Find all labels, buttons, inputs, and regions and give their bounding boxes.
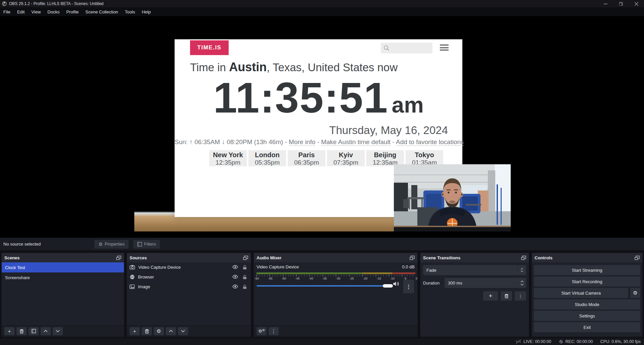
- close-button[interactable]: [629, 0, 644, 7]
- move-source-down-button[interactable]: [178, 327, 188, 335]
- duration-label: Duration: [423, 281, 445, 286]
- window-title: OBS 29.1.2 - Profile: LLHLS BETA - Scene…: [9, 1, 103, 6]
- globe-icon: [130, 274, 135, 279]
- title-bar: OBS 29.1.2 - Profile: LLHLS BETA - Scene…: [0, 0, 644, 7]
- timeis-clock: 11:35:51 am: [175, 73, 462, 122]
- sources-header: Sources: [127, 253, 251, 262]
- tick-label: -35: [322, 277, 327, 280]
- menu-tools[interactable]: Tools: [122, 8, 138, 16]
- volume-slider[interactable]: [257, 283, 388, 289]
- start-recording-button[interactable]: Start Recording: [534, 276, 640, 287]
- source-item-browser[interactable]: Browser: [127, 272, 251, 282]
- tick-label: -10: [390, 277, 395, 280]
- scenes-header: Scenes: [2, 253, 124, 262]
- minimize-icon: [604, 2, 607, 6]
- lock-icon[interactable]: [243, 265, 247, 270]
- popout-icon[interactable]: [635, 256, 640, 260]
- menu-view[interactable]: View: [28, 8, 44, 16]
- exit-button[interactable]: Exit: [534, 322, 640, 332]
- scene-item-screenshare[interactable]: Screenshare: [2, 272, 124, 283]
- camera-icon: [130, 265, 135, 269]
- chevron-down-icon: [520, 284, 524, 286]
- transition-select[interactable]: Fade: [423, 265, 526, 275]
- gear-icon: ⚙: [156, 328, 161, 334]
- scene-transitions-panel: Scene Transitions Fade Duration: [420, 253, 529, 337]
- move-scene-down-button[interactable]: [53, 327, 63, 335]
- add-transition-button[interactable]: +: [483, 291, 498, 301]
- lock-icon[interactable]: [243, 275, 247, 279]
- restore-button[interactable]: [613, 0, 629, 7]
- popout-icon[interactable]: [521, 256, 526, 260]
- preview-area: TIME.IS Time in Austin, Texas, United St…: [0, 16, 644, 238]
- add-scene-button[interactable]: +: [4, 327, 14, 335]
- scene-filters-button[interactable]: [29, 327, 39, 335]
- source-label: Video Capture Device: [138, 265, 229, 270]
- audio-mixer-title: Audio Mixer: [257, 255, 281, 260]
- menu-scene-collection[interactable]: Scene Collection: [82, 8, 122, 16]
- add-source-button[interactable]: +: [130, 327, 140, 335]
- move-scene-up-button[interactable]: [41, 327, 51, 335]
- source-item-image[interactable]: Image: [127, 282, 251, 292]
- menu-help[interactable]: Help: [138, 8, 154, 16]
- start-virtual-camera-button[interactable]: Start Virtual Camera: [534, 288, 628, 298]
- rec-timer: REC: 00:00:00: [565, 339, 593, 344]
- audio-mixer-body: Video Capture Device 0.0 dB -60 -55 -50 …: [254, 262, 417, 325]
- hamburger-menu-icon: [440, 44, 449, 51]
- program-canvas[interactable]: TIME.IS Time in Austin, Texas, United St…: [134, 18, 511, 231]
- advanced-audio-button[interactable]: ⚙⚙: [257, 327, 267, 335]
- chevron-up-icon: [169, 330, 173, 332]
- popout-icon[interactable]: [243, 256, 248, 260]
- properties-button[interactable]: ⚙ Properties: [94, 240, 129, 249]
- live-timer: LIVE: 00:00:00: [523, 339, 551, 344]
- status-bar: LIVE: 00:00:00 REC: 00:00:00 CPU: 0.6%, …: [0, 338, 644, 345]
- sources-title: Sources: [130, 255, 147, 260]
- minimize-button[interactable]: [598, 0, 613, 7]
- studio-mode-button[interactable]: Studio Mode: [534, 299, 640, 309]
- menu-profile[interactable]: Profile: [63, 8, 82, 16]
- mixer-options-button[interactable]: ⋮: [403, 280, 414, 293]
- timeis-logo: TIME.IS: [190, 40, 229, 55]
- trash-icon: [504, 294, 509, 298]
- city-name: Tokyo: [406, 151, 443, 159]
- menu-docks[interactable]: Docks: [44, 8, 63, 16]
- move-source-up-button[interactable]: [166, 327, 176, 335]
- controls-header: Controls: [532, 253, 642, 262]
- filters-button[interactable]: Filters: [133, 240, 160, 249]
- transition-options-button[interactable]: ⋮: [515, 291, 526, 301]
- visibility-icon[interactable]: [232, 275, 238, 279]
- combo-arrows: [517, 265, 526, 275]
- mixer-menu-button[interactable]: ⋮: [269, 327, 279, 335]
- sun-times: Sun: ↑ 06:35AM ↓ 08:20PM (13h 46m): [175, 138, 283, 145]
- speaker-icon[interactable]: [393, 281, 400, 287]
- spin-arrows[interactable]: [518, 281, 526, 286]
- slider-handle[interactable]: [383, 284, 393, 288]
- visibility-icon[interactable]: [232, 285, 238, 289]
- virtual-camera-config-button[interactable]: ⚙: [630, 288, 640, 298]
- menu-edit[interactable]: Edit: [14, 8, 28, 16]
- visibility-icon[interactable]: [232, 265, 238, 269]
- remove-source-button[interactable]: [142, 327, 152, 335]
- tick-label: -25: [350, 277, 354, 280]
- popout-icon[interactable]: [116, 256, 121, 260]
- city-time: 07:35pm: [327, 159, 365, 166]
- remove-scene-button[interactable]: [16, 327, 27, 335]
- city-card-tokyo: Tokyo 01:35am: [406, 150, 443, 166]
- lock-icon[interactable]: [243, 285, 247, 289]
- sources-list: Video Capture Device: [127, 262, 251, 325]
- city-card-beijing: Beijing 12:35am: [366, 150, 404, 166]
- menu-file[interactable]: File: [0, 8, 14, 16]
- duration-input[interactable]: 300 ms: [445, 278, 526, 288]
- source-properties-button[interactable]: ⚙: [154, 327, 164, 335]
- settings-button[interactable]: Settings: [534, 311, 640, 321]
- volume-meter: [257, 272, 415, 274]
- remove-transition-button[interactable]: [501, 291, 512, 301]
- popout-icon[interactable]: [410, 256, 415, 260]
- start-streaming-button[interactable]: Start Streaming: [534, 265, 640, 275]
- city-name: New York: [209, 151, 247, 159]
- tick-label: -45: [295, 277, 300, 280]
- separator: -: [283, 138, 289, 145]
- source-item-video-capture[interactable]: Video Capture Device: [127, 262, 251, 272]
- properties-label: Properties: [105, 242, 125, 247]
- scene-item-clock-test[interactable]: Clock Test: [2, 262, 124, 272]
- obs-logo-icon: [2, 1, 7, 6]
